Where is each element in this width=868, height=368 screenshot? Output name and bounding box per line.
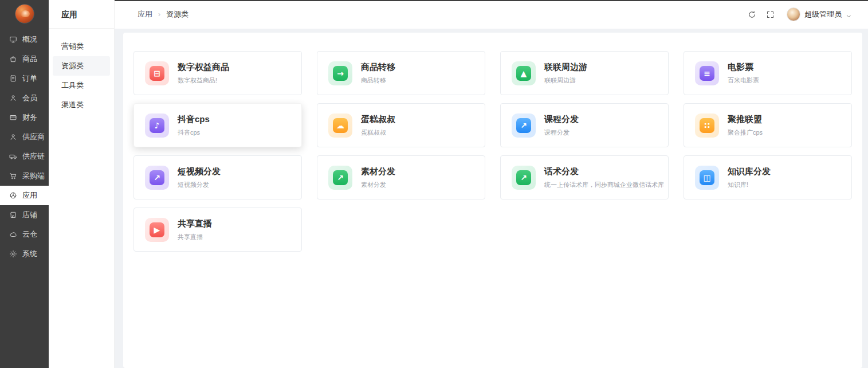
digital-rights-goods-icon: ⊟ [145,61,169,85]
app-card-digital-rights-goods[interactable]: ⊟ 数字权益商品 数字权益商品! [133,51,302,95]
app-card-material-distribution[interactable]: ↗ 素材分发 素材分发 [317,155,485,199]
refresh-icon[interactable] [747,9,757,19]
content-panel: ⊟ 数字权益商品 数字权益商品! → 商品转移 商品转移 [123,33,862,368]
breadcrumb: 应用 › 资源类 [138,9,188,19]
sidebar-item-procurement[interactable]: 采购端 [0,166,49,186]
card-title: 共享直播 [178,218,212,229]
sidebar-item-apps[interactable]: 应用 [0,186,49,205]
app-card-douyin-cps[interactable]: ♪ 抖音cps 抖音cps [133,103,302,147]
app-root: 概况 商品 订单 会员 财务 供应商 [0,0,868,368]
app-card-cake-uncle[interactable]: ☁ 蛋糕叔叔 蛋糕叔叔 [317,103,485,147]
shared-live-icon: ▶ [145,218,169,242]
sidebar-item-supply-chain[interactable]: 供应链 [0,147,49,166]
sidebar-item-shop[interactable]: 店铺 [0,205,49,225]
cloud-icon [9,230,17,239]
app-card-goods-transfer[interactable]: → 商品转移 商品转移 [317,51,485,95]
document-icon [9,75,17,83]
app-card-short-video-distribution[interactable]: ↗ 短视频分发 短视频分发 [133,155,302,199]
fullscreen-icon[interactable] [765,9,775,19]
app-card-movie-ticket[interactable]: ≡ 电影票 百米电影票 [684,51,852,95]
card-subtitle: 统一上传话术库，同步商城企业微信话术库 [544,181,664,189]
app-card-grid: ⊟ 数字权益商品 数字权益商品! → 商品转移 商品转移 [133,51,852,252]
card-title: 抖音cps [178,114,210,124]
card-subtitle: 知识库! [728,181,771,189]
gear-icon [9,250,17,259]
app-card-script-distribution[interactable]: ↗ 话术分发 统一上传话术库，同步商城企业微信话术库 [500,155,669,199]
app-card-course-distribution[interactable]: ↗ 课程分发 课程分发 [500,103,669,147]
main-content: ⊟ 数字权益商品 数字权益商品! → 商品转移 商品转移 [115,29,868,368]
user-name: 超级管理员 [804,9,842,19]
sidebar-item-cloud-warehouse[interactable]: 云仓 [0,225,49,244]
card-subtitle: 商品转移 [361,76,395,85]
sidebar-item-goods[interactable]: 商品 [0,49,49,69]
sidebar-item-orders[interactable]: 订单 [0,69,49,88]
card-title: 短视频分发 [178,166,221,177]
sidebar-item-members[interactable]: 会员 [0,88,49,108]
sidebar-item-system[interactable]: 系统 [0,244,49,264]
right-column: 应用 › 资源类 超级管理员 ⊟ [115,0,868,368]
card-subtitle: 百米电影票 [728,76,759,85]
breadcrumb-apps[interactable]: 应用 [138,9,152,19]
knowledge-base-icon: ◫ [695,166,719,190]
card-title: 素材分发 [361,166,395,177]
logo-wrap [0,0,49,28]
top-border-strip [115,0,868,1]
top-bar-actions: 超级管理员 [747,7,852,21]
subnav-item-channel[interactable]: 渠道类 [53,95,110,115]
card-title: 课程分发 [544,114,579,124]
card-title: 数字权益商品 [178,62,229,72]
card-subtitle: 课程分发 [544,128,579,137]
sidebar-item-supplier[interactable]: 供应商 [0,127,49,147]
card-title: 联联周边游 [544,62,587,72]
script-distribution-icon: ↗ [512,166,536,190]
card-subtitle: 联联周边游 [544,76,587,85]
card-subtitle: 抖音cps [178,128,210,137]
card-title: 蛋糕叔叔 [361,114,395,124]
douyin-cps-icon: ♪ [145,113,169,138]
shopping-bag-icon [9,55,17,64]
course-distribution-icon: ↗ [512,113,536,138]
card-subtitle: 短视频分发 [178,181,221,189]
card-subtitle: 数字权益商品! [178,76,229,85]
app-card-jutui-alliance[interactable]: ∷ 聚推联盟 聚合推广cps [684,103,852,147]
app-card-lianlian-travel[interactable]: ▲ 联联周边游 联联周边游 [500,51,669,95]
card-title: 知识库分发 [728,166,771,177]
storefront-icon [9,211,17,220]
card-subtitle: 聚合推广cps [728,128,763,137]
breadcrumb-separator-icon: › [158,10,160,18]
secondary-sidebar-menu: 营销类 资源类 工具类 渠道类 [49,29,114,115]
breadcrumb-resource: 资源类 [166,9,188,19]
truck-icon [9,152,17,161]
user-menu[interactable]: 超级管理员 [787,7,852,21]
card-title: 话术分发 [544,166,664,177]
app-card-shared-live[interactable]: ▶ 共享直播 共享直播 [133,208,302,252]
secondary-sidebar-title: 应用 [49,0,114,29]
lianlian-travel-icon: ▲ [512,61,536,85]
card-subtitle: 蛋糕叔叔 [361,128,395,137]
card-subtitle: 共享直播 [178,233,212,241]
brand-logo-avatar[interactable] [15,4,34,24]
subnav-item-resource[interactable]: 资源类 [53,56,110,76]
sidebar-item-overview[interactable]: 概况 [0,30,49,49]
jutui-alliance-icon: ∷ [695,113,719,138]
sidebar-item-finance[interactable]: 财务 [0,108,49,127]
apps-icon [9,191,17,200]
bank-card-icon [9,113,17,122]
subnav-item-marketing[interactable]: 营销类 [53,37,110,56]
card-title: 商品转移 [361,62,395,72]
top-bar: 应用 › 资源类 超级管理员 [115,0,868,29]
subnav-item-tools[interactable]: 工具类 [53,76,110,95]
movie-ticket-icon: ≡ [695,61,719,85]
card-title: 聚推联盟 [728,114,763,124]
cart-icon [9,172,17,181]
user-avatar [787,7,800,21]
dashboard-icon [9,36,17,44]
supplier-person-icon [9,133,17,142]
short-video-distribution-icon: ↗ [145,166,169,190]
secondary-sidebar: 应用 营销类 资源类 工具类 渠道类 [49,0,115,368]
goods-transfer-icon: → [328,61,352,85]
app-card-knowledge-base[interactable]: ◫ 知识库分发 知识库! [684,155,852,199]
chevron-down-icon [846,11,852,18]
card-title: 电影票 [728,62,759,72]
cake-uncle-icon: ☁ [328,113,352,138]
